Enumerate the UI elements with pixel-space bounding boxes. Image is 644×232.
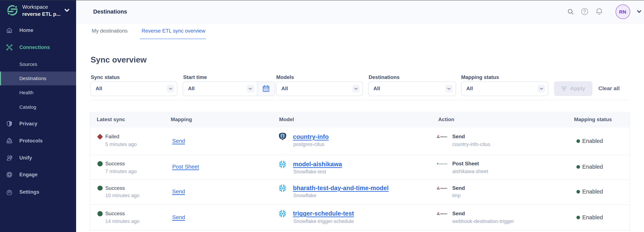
svg-text:webhooks: webhooks [440,187,447,189]
svg-text:webhooks: webhooks [440,213,447,215]
svg-text:webhooks: webhooks [440,136,447,138]
svg-text:Google Sheets: Google Sheets [438,163,447,165]
